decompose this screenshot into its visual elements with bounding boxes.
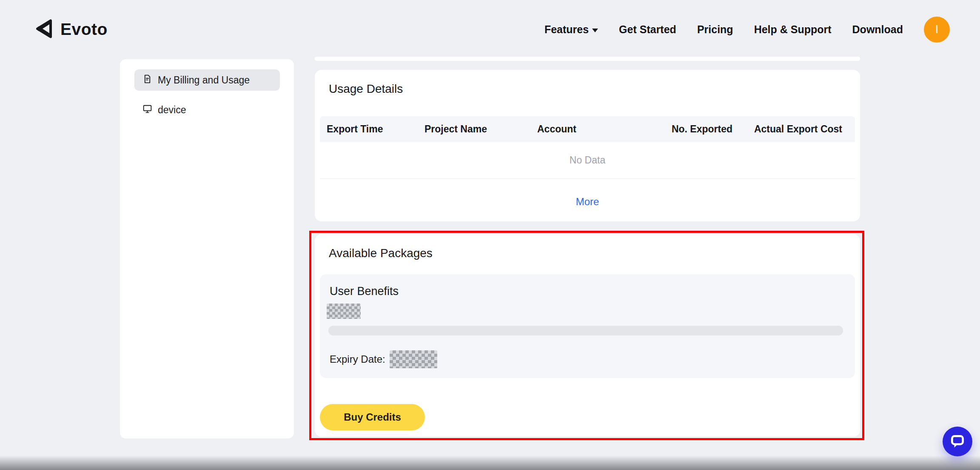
bottom-fade-gradient xyxy=(0,456,980,470)
document-icon xyxy=(142,74,153,87)
redacted-credits-value xyxy=(327,304,361,319)
usage-details-card: Usage Details Export Time Project Name A… xyxy=(315,70,860,221)
sidebar-item-label: My Billing and Usage xyxy=(158,75,250,86)
more-link[interactable]: More xyxy=(576,196,599,207)
available-packages-title: Available Packages xyxy=(329,246,860,260)
nav-item-download[interactable]: Download xyxy=(852,23,903,36)
user-benefits-panel: User Benefits Expiry Date: xyxy=(320,274,855,378)
table-empty-row: No Data xyxy=(320,142,855,179)
benefits-progress-bar xyxy=(328,326,843,335)
nav-item-help-support[interactable]: Help & Support xyxy=(754,23,832,36)
column-header-no-exported: No. Exported xyxy=(671,123,732,135)
sidebar-panel: My Billing and Usage device xyxy=(120,59,294,438)
nav-item-get-started[interactable]: Get Started xyxy=(619,23,676,36)
chat-widget-button[interactable] xyxy=(943,427,972,456)
user-benefits-title: User Benefits xyxy=(330,285,846,298)
expiry-date-label: Expiry Date: xyxy=(330,353,385,365)
buy-credits-button[interactable]: Buy Credits xyxy=(320,404,425,430)
usage-table: Export Time Project Name Account No. Exp… xyxy=(320,116,855,179)
brand-logo[interactable]: Evoto xyxy=(34,0,108,59)
nav-item-features[interactable]: Features xyxy=(544,23,598,36)
column-header-export-time: Export Time xyxy=(320,123,418,135)
main-nav: Features Get Started Pricing Help & Supp… xyxy=(544,0,950,59)
monitor-icon xyxy=(142,103,153,117)
brand-wordmark: Evoto xyxy=(60,20,108,39)
more-link-wrap: More xyxy=(315,196,860,208)
chat-bubble-icon xyxy=(949,433,966,450)
column-header-account: Account xyxy=(530,123,671,135)
no-data-text: No Data xyxy=(570,155,605,166)
usage-details-title: Usage Details xyxy=(329,82,860,96)
column-header-project-name: Project Name xyxy=(418,123,530,135)
available-packages-card: Available Packages User Benefits Expiry … xyxy=(315,234,860,437)
sidebar-item-device[interactable]: device xyxy=(134,99,280,120)
scrolled-card-bottom-edge xyxy=(315,57,860,61)
nav-item-pricing[interactable]: Pricing xyxy=(697,23,733,36)
top-nav-bar: Evoto Features Get Started Pricing Help … xyxy=(0,0,980,59)
table-header-row: Export Time Project Name Account No. Exp… xyxy=(320,116,855,142)
sidebar-item-label: device xyxy=(158,104,186,116)
redacted-expiry-value xyxy=(390,350,437,368)
evoto-logo-icon xyxy=(34,17,54,42)
sidebar-item-billing-usage[interactable]: My Billing and Usage xyxy=(134,69,280,91)
column-header-actual-export-cost: Actual Export Cost xyxy=(732,123,855,135)
user-avatar[interactable]: I xyxy=(924,17,950,43)
chevron-down-icon xyxy=(592,29,598,32)
page: Evoto Features Get Started Pricing Help … xyxy=(0,0,980,470)
expiry-row: Expiry Date: xyxy=(330,350,846,368)
